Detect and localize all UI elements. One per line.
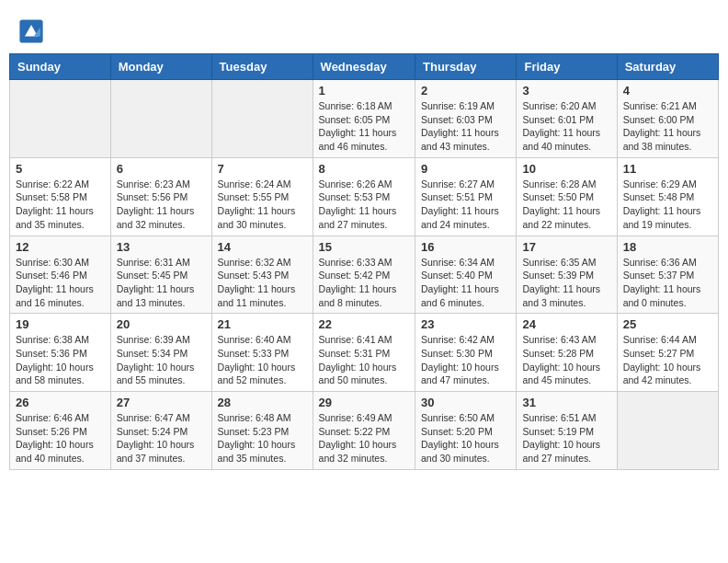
- day-info: Sunrise: 6:35 AM Sunset: 5:39 PM Dayligh…: [522, 256, 610, 310]
- day-number: 4: [623, 84, 712, 98]
- day-number: 13: [117, 240, 206, 254]
- day-number: 22: [319, 317, 409, 331]
- calendar-header-saturday: Saturday: [617, 54, 718, 80]
- calendar-header-thursday: Thursday: [415, 54, 517, 80]
- calendar-cell: 11Sunrise: 6:29 AM Sunset: 5:48 PM Dayli…: [617, 157, 718, 236]
- calendar-cell: 4Sunrise: 6:21 AM Sunset: 6:00 PM Daylig…: [617, 80, 718, 158]
- day-info: Sunrise: 6:23 AM Sunset: 5:56 PM Dayligh…: [117, 178, 206, 232]
- day-number: 31: [522, 396, 610, 409]
- calendar-cell: [10, 80, 111, 158]
- day-info: Sunrise: 6:30 AM Sunset: 5:46 PM Dayligh…: [16, 256, 105, 310]
- day-number: 9: [421, 162, 510, 176]
- day-info: Sunrise: 6:42 AM Sunset: 5:30 PM Dayligh…: [421, 333, 510, 387]
- day-info: Sunrise: 6:38 AM Sunset: 5:36 PM Dayligh…: [16, 333, 105, 387]
- day-number: 3: [522, 84, 610, 98]
- day-number: 24: [522, 317, 610, 331]
- calendar-cell: 2Sunrise: 6:19 AM Sunset: 6:03 PM Daylig…: [415, 80, 517, 158]
- calendar-cell: 29Sunrise: 6:49 AM Sunset: 5:22 PM Dayli…: [313, 392, 415, 470]
- day-number: 5: [16, 162, 105, 176]
- day-info: Sunrise: 6:26 AM Sunset: 5:53 PM Dayligh…: [319, 178, 409, 232]
- calendar-week-3: 12Sunrise: 6:30 AM Sunset: 5:46 PM Dayli…: [10, 236, 719, 314]
- calendar-cell: 17Sunrise: 6:35 AM Sunset: 5:39 PM Dayli…: [517, 236, 617, 314]
- day-info: Sunrise: 6:36 AM Sunset: 5:37 PM Dayligh…: [623, 256, 712, 310]
- day-info: Sunrise: 6:48 AM Sunset: 5:23 PM Dayligh…: [218, 411, 307, 465]
- day-number: 10: [522, 162, 610, 176]
- calendar-cell: 3Sunrise: 6:20 AM Sunset: 6:01 PM Daylig…: [517, 80, 617, 158]
- day-number: 7: [218, 162, 307, 176]
- calendar-header-wednesday: Wednesday: [313, 54, 415, 80]
- day-number: 18: [623, 240, 712, 254]
- day-number: 15: [319, 240, 409, 254]
- calendar-cell: 6Sunrise: 6:23 AM Sunset: 5:56 PM Daylig…: [110, 157, 211, 236]
- day-number: 8: [319, 162, 409, 176]
- day-number: 28: [218, 396, 307, 409]
- day-info: Sunrise: 6:51 AM Sunset: 5:19 PM Dayligh…: [522, 411, 610, 465]
- calendar-header-tuesday: Tuesday: [211, 54, 313, 80]
- day-info: Sunrise: 6:29 AM Sunset: 5:48 PM Dayligh…: [623, 178, 712, 232]
- calendar-cell: [617, 392, 718, 470]
- day-info: Sunrise: 6:24 AM Sunset: 5:55 PM Dayligh…: [218, 178, 307, 232]
- calendar-week-5: 26Sunrise: 6:46 AM Sunset: 5:26 PM Dayli…: [10, 392, 719, 470]
- calendar-cell: 13Sunrise: 6:31 AM Sunset: 5:45 PM Dayli…: [110, 236, 211, 314]
- day-info: Sunrise: 6:47 AM Sunset: 5:24 PM Dayligh…: [117, 411, 206, 465]
- calendar-cell: 30Sunrise: 6:50 AM Sunset: 5:20 PM Dayli…: [415, 392, 517, 470]
- calendar-cell: [110, 80, 211, 158]
- day-number: 23: [421, 317, 510, 331]
- calendar-cell: 14Sunrise: 6:32 AM Sunset: 5:43 PM Dayli…: [211, 236, 313, 314]
- calendar-cell: 20Sunrise: 6:39 AM Sunset: 5:34 PM Dayli…: [110, 314, 211, 392]
- day-info: Sunrise: 6:28 AM Sunset: 5:50 PM Dayligh…: [522, 178, 610, 232]
- calendar-cell: 24Sunrise: 6:43 AM Sunset: 5:28 PM Dayli…: [517, 314, 617, 392]
- day-number: 6: [117, 162, 206, 176]
- day-info: Sunrise: 6:34 AM Sunset: 5:40 PM Dayligh…: [421, 256, 510, 310]
- calendar-cell: 26Sunrise: 6:46 AM Sunset: 5:26 PM Dayli…: [10, 392, 111, 470]
- day-number: 17: [522, 240, 610, 254]
- calendar-cell: 16Sunrise: 6:34 AM Sunset: 5:40 PM Dayli…: [415, 236, 517, 314]
- day-info: Sunrise: 6:19 AM Sunset: 6:03 PM Dayligh…: [421, 99, 510, 154]
- calendar-header-row: SundayMondayTuesdayWednesdayThursdayFrid…: [10, 54, 719, 80]
- calendar-cell: 25Sunrise: 6:44 AM Sunset: 5:27 PM Dayli…: [617, 314, 718, 392]
- calendar: SundayMondayTuesdayWednesdayThursdayFrid…: [9, 53, 719, 470]
- day-number: 26: [16, 396, 105, 409]
- calendar-cell: 23Sunrise: 6:42 AM Sunset: 5:30 PM Dayli…: [415, 314, 517, 392]
- page-header: [9, 9, 719, 53]
- calendar-cell: 28Sunrise: 6:48 AM Sunset: 5:23 PM Dayli…: [211, 392, 313, 470]
- calendar-cell: 5Sunrise: 6:22 AM Sunset: 5:58 PM Daylig…: [10, 157, 111, 236]
- day-number: 14: [218, 240, 307, 254]
- day-number: 21: [218, 317, 307, 331]
- calendar-cell: 15Sunrise: 6:33 AM Sunset: 5:42 PM Dayli…: [313, 236, 415, 314]
- calendar-cell: 18Sunrise: 6:36 AM Sunset: 5:37 PM Dayli…: [617, 236, 718, 314]
- day-info: Sunrise: 6:39 AM Sunset: 5:34 PM Dayligh…: [117, 333, 206, 387]
- day-info: Sunrise: 6:50 AM Sunset: 5:20 PM Dayligh…: [421, 411, 510, 465]
- day-number: 1: [319, 84, 409, 98]
- day-number: 29: [319, 396, 409, 409]
- calendar-week-2: 5Sunrise: 6:22 AM Sunset: 5:58 PM Daylig…: [10, 157, 719, 236]
- calendar-cell: 31Sunrise: 6:51 AM Sunset: 5:19 PM Dayli…: [517, 392, 617, 470]
- day-info: Sunrise: 6:20 AM Sunset: 6:01 PM Dayligh…: [522, 99, 610, 154]
- day-number: 25: [623, 317, 712, 331]
- day-info: Sunrise: 6:33 AM Sunset: 5:42 PM Dayligh…: [319, 256, 409, 310]
- day-number: 30: [421, 396, 510, 409]
- calendar-cell: 22Sunrise: 6:41 AM Sunset: 5:31 PM Dayli…: [313, 314, 415, 392]
- calendar-cell: 27Sunrise: 6:47 AM Sunset: 5:24 PM Dayli…: [110, 392, 211, 470]
- day-number: 16: [421, 240, 510, 254]
- day-info: Sunrise: 6:49 AM Sunset: 5:22 PM Dayligh…: [319, 411, 409, 465]
- day-number: 12: [16, 240, 105, 254]
- day-info: Sunrise: 6:21 AM Sunset: 6:00 PM Dayligh…: [623, 99, 712, 154]
- day-info: Sunrise: 6:46 AM Sunset: 5:26 PM Dayligh…: [16, 411, 105, 465]
- day-number: 20: [117, 317, 206, 331]
- calendar-week-4: 19Sunrise: 6:38 AM Sunset: 5:36 PM Dayli…: [10, 314, 719, 392]
- day-info: Sunrise: 6:32 AM Sunset: 5:43 PM Dayligh…: [218, 256, 307, 310]
- calendar-cell: 10Sunrise: 6:28 AM Sunset: 5:50 PM Dayli…: [517, 157, 617, 236]
- day-number: 2: [421, 84, 510, 98]
- calendar-cell: 19Sunrise: 6:38 AM Sunset: 5:36 PM Dayli…: [10, 314, 111, 392]
- day-info: Sunrise: 6:22 AM Sunset: 5:58 PM Dayligh…: [16, 178, 105, 232]
- calendar-cell: 1Sunrise: 6:18 AM Sunset: 6:05 PM Daylig…: [313, 80, 415, 158]
- calendar-cell: 12Sunrise: 6:30 AM Sunset: 5:46 PM Dayli…: [10, 236, 111, 314]
- calendar-cell: 8Sunrise: 6:26 AM Sunset: 5:53 PM Daylig…: [313, 157, 415, 236]
- day-info: Sunrise: 6:41 AM Sunset: 5:31 PM Dayligh…: [319, 333, 409, 387]
- calendar-cell: 7Sunrise: 6:24 AM Sunset: 5:55 PM Daylig…: [211, 157, 313, 236]
- day-info: Sunrise: 6:40 AM Sunset: 5:33 PM Dayligh…: [218, 333, 307, 387]
- calendar-cell: 21Sunrise: 6:40 AM Sunset: 5:33 PM Dayli…: [211, 314, 313, 392]
- logo: [18, 18, 48, 44]
- day-info: Sunrise: 6:18 AM Sunset: 6:05 PM Dayligh…: [319, 99, 409, 154]
